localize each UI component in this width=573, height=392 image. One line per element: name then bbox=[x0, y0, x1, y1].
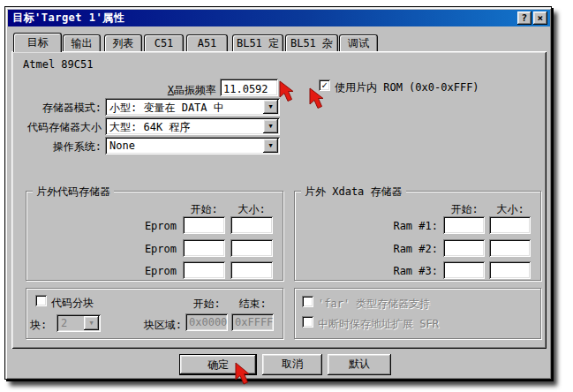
bank-count-select: 2 ▼ bbox=[57, 314, 101, 332]
save-sfr-checkbox bbox=[302, 316, 313, 328]
chevron-down-icon: ▼ bbox=[84, 316, 99, 330]
use-onchip-rom-label: 使用片内 ROM (0x0-0xFFF) bbox=[335, 80, 479, 95]
cancel-button[interactable]: 取消 bbox=[262, 354, 322, 375]
eprom-row-label: Eprom bbox=[131, 265, 177, 277]
eprom2-start-input[interactable] bbox=[183, 239, 225, 257]
eprom2-size-input[interactable] bbox=[230, 239, 273, 257]
eprom-row-label: Eprom bbox=[131, 243, 177, 255]
xtal-frequency-input[interactable] bbox=[220, 79, 278, 96]
ram1-row-label: Ram #1: bbox=[380, 220, 438, 232]
chevron-down-icon[interactable]: ▼ bbox=[263, 139, 278, 153]
memory-model-value: 小型: 变量在 DATA 中 bbox=[109, 101, 224, 116]
tab-bl51-misc[interactable]: BL51 杂项 bbox=[285, 34, 338, 51]
save-sfr-label: 中断时保存地址扩展 SFR bbox=[318, 317, 439, 332]
ram2-size-input[interactable] bbox=[489, 239, 531, 257]
bank-area-end-field: 0xFFFF bbox=[231, 313, 274, 331]
red-arrow-icon bbox=[307, 87, 327, 112]
tab-target[interactable]: 目标 bbox=[13, 33, 62, 52]
operating-system-value: None bbox=[109, 139, 135, 152]
code-banking-group: 代码分块 块: 2 ▼ 块区域: 开始: 结束: 0x0000 0xFFFF bbox=[26, 288, 283, 339]
ram3-row-label: Ram #3: bbox=[380, 265, 438, 277]
code-rom-size-value: 大型: 64K 程序 bbox=[109, 120, 190, 135]
memory-options-group: 'far' 类型存储器支持 中断时保存地址扩展 SFR bbox=[294, 288, 541, 339]
target-properties-dialog: 目标'Target 1'属性 ? × 目标 输出 列表 C51 A51 BL51… bbox=[4, 6, 552, 380]
offchip-code-memory-group: 片外代码存储器 开始: 大小: Eprom Eprom Eprom bbox=[26, 191, 283, 281]
tab-output[interactable]: 输出 bbox=[63, 34, 101, 51]
tab-c51[interactable]: C51 bbox=[144, 34, 184, 51]
bank-area-start-field: 0x0000 bbox=[185, 313, 228, 331]
red-arrow-icon bbox=[277, 80, 297, 105]
ram2-start-input[interactable] bbox=[443, 239, 485, 257]
code-banking-checkbox[interactable] bbox=[35, 295, 47, 306]
dialog-title: 目标'Target 1'属性 bbox=[12, 11, 124, 24]
offchip-xdata-memory-group: 片外 Xdata 存储器 开始: 大小: Ram #1: Ram #2: Ram… bbox=[294, 191, 541, 281]
red-arrow-icon bbox=[233, 362, 253, 388]
chevron-down-icon[interactable]: ▼ bbox=[263, 100, 278, 114]
ram1-size-input[interactable] bbox=[489, 216, 531, 234]
device-name: Atmel 89C51 bbox=[23, 58, 93, 71]
offchip-code-memory-title: 片外代码存储器 bbox=[33, 185, 114, 200]
start-column-header: 开始: bbox=[180, 202, 228, 217]
far-memory-checkbox bbox=[302, 296, 313, 307]
tab-debug[interactable]: 调试 bbox=[339, 34, 378, 51]
ram1-start-input[interactable] bbox=[443, 216, 485, 234]
close-icon[interactable]: × bbox=[533, 11, 547, 25]
tab-a51[interactable]: A51 bbox=[186, 34, 228, 51]
operating-system-label: 操作系统: bbox=[13, 139, 102, 155]
chevron-down-icon[interactable]: ▼ bbox=[263, 119, 278, 133]
end-column-header: 结束: bbox=[231, 297, 274, 312]
eprom-row-label: Eprom bbox=[131, 220, 177, 232]
eprom3-size-input[interactable] bbox=[230, 261, 273, 279]
memory-model-select[interactable]: 小型: 变量在 DATA 中 ▼ bbox=[105, 98, 280, 116]
ram3-start-input[interactable] bbox=[443, 261, 485, 279]
xtal-frequency-label: X晶振频率 bbox=[103, 83, 216, 98]
far-memory-label: 'far' 类型存储器支持 bbox=[318, 297, 430, 312]
eprom1-size-input[interactable] bbox=[230, 216, 273, 234]
ram2-row-label: Ram #2: bbox=[380, 243, 438, 255]
bank-count-value: 2 bbox=[61, 317, 67, 329]
start-column-header: 开始: bbox=[185, 297, 228, 312]
code-rom-size-select[interactable]: 大型: 64K 程序 ▼ bbox=[105, 117, 280, 135]
size-column-header: 大小: bbox=[486, 202, 534, 217]
bank-count-label: 块: bbox=[30, 318, 47, 333]
tab-listing[interactable]: 列表 bbox=[104, 34, 142, 51]
eprom3-start-input[interactable] bbox=[183, 261, 225, 279]
code-rom-size-label: 代码存储器大小 bbox=[13, 120, 102, 135]
start-column-header: 开始: bbox=[441, 202, 488, 217]
default-button[interactable]: 默认 bbox=[328, 354, 391, 375]
operating-system-select[interactable]: None ▼ bbox=[105, 137, 280, 155]
bank-area-label: 块区域: bbox=[132, 318, 182, 333]
desktop: { "window": { "title": "目标'Target 1'属性" … bbox=[0, 0, 573, 392]
ram3-size-input[interactable] bbox=[489, 261, 531, 279]
title-bar[interactable]: 目标'Target 1'属性 ? × bbox=[8, 10, 550, 26]
memory-model-label: 存储器模式: bbox=[13, 101, 102, 116]
tab-bl51-locate[interactable]: BL51 定位 bbox=[232, 34, 283, 51]
help-icon[interactable]: ? bbox=[517, 11, 532, 25]
code-banking-label: 代码分块 bbox=[51, 296, 94, 311]
offchip-xdata-memory-title: 片外 Xdata 存储器 bbox=[301, 185, 406, 200]
eprom1-start-input[interactable] bbox=[183, 216, 225, 234]
size-column-header: 大小: bbox=[228, 202, 275, 217]
